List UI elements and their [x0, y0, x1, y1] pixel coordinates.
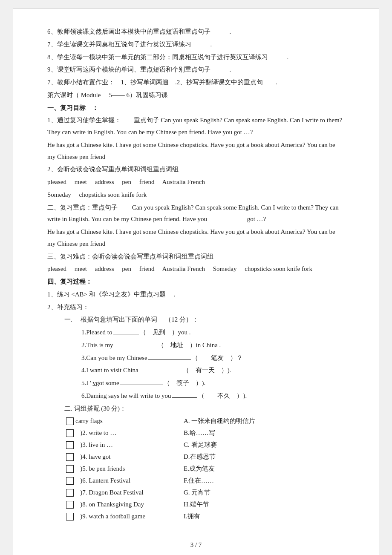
- section1-item1b: He has got a Chinese kite. I have got so…: [47, 139, 345, 163]
- blank-6: [172, 397, 197, 398]
- match-left-7: )7. Dragon Boat Festival: [64, 487, 184, 498]
- match-right-1: A. 一张来自纽约的明信片: [184, 415, 345, 427]
- match-right-2: B.给……写: [184, 427, 345, 439]
- match-row-6: )6. Lantern Festival F.住在……: [64, 475, 345, 486]
- match-item-5: )5. be pen friends: [75, 463, 125, 474]
- match-row-7: )7. Dragon Boat Festival G. 元宵节: [64, 487, 345, 498]
- blank-4: [139, 372, 182, 372]
- blank-1: [113, 334, 139, 334]
- match-row-8: )8. on Thanksgiving Day H.端午节: [64, 499, 345, 510]
- match-paren-6: [66, 477, 74, 485]
- ex1-item6: 6.Daming says he will write to you（ 不久 ）…: [81, 390, 345, 402]
- ex1-item1: 1.Pleased to（ 见到 ）you .: [81, 327, 345, 339]
- match-right-9: I.拥有: [184, 511, 345, 522]
- match-paren-5: [66, 465, 74, 473]
- page-footer: 3 / 7: [47, 539, 345, 551]
- match-left-8: )8. on Thanksgiving Day: [64, 499, 184, 510]
- ex1-item4: 4.I want to visit China（ 有一天 ）).: [81, 365, 345, 377]
- match-right-5: E.成为笔友: [184, 463, 345, 474]
- line-8: 8、学生读每一模块中第一单元的第二部分；同桌相互说句子进行英汉互译练习 .: [47, 52, 345, 63]
- exercise1-title: 一. 根据句意填写出下面的单词 （12 分）：: [64, 314, 345, 326]
- line-6: 6、教师领读课文然后画出本模块中的重点短语和重点句子 .: [47, 26, 345, 38]
- match-row-1: carry flags A. 一张来自纽约的明信片: [64, 415, 345, 427]
- exercise2-title: 二. 词组搭配 (30 分)：: [64, 403, 345, 415]
- match-row-4: )4. have got D.在感恩节: [64, 451, 345, 463]
- match-paren-2: [66, 429, 74, 437]
- section4-title: 四、复习过程：: [47, 276, 345, 288]
- match-item-3: )3. live in …: [75, 439, 113, 451]
- section1-words1: pleased meet address pen friend Australi…: [47, 176, 345, 188]
- section2-text2: He has got a Chinese kite. I have got so…: [47, 226, 345, 250]
- match-row-9: )9. watch a football game I.拥有: [64, 511, 345, 522]
- match-item-1: carry flags: [75, 415, 103, 427]
- match-left-6: )6. Lantern Festival: [64, 475, 184, 486]
- section2-title: 二、复习重点：重点句子 Can you speak English? Can s…: [47, 202, 345, 226]
- section1-item1: 1、通过复习使学生掌握： 重点句子 Can you speak English?…: [47, 115, 345, 138]
- section3-title: 三、复习难点：会听会读会说会写重点单词和词组重点词组: [47, 251, 345, 263]
- match-paren-8: [66, 501, 74, 509]
- match-paren-3: [66, 441, 74, 449]
- match-item-9: )9. watch a football game: [75, 511, 145, 522]
- ex1-item5: 5.I ' vgot some（ 筷子 ）).: [81, 377, 345, 389]
- section1-words2: Someday chopsticks soon knife fork: [47, 189, 345, 201]
- match-paren-4: [66, 453, 74, 461]
- match-item-8: )8. on Thanksgiving Day: [75, 499, 144, 510]
- match-right-4: D.在感恩节: [184, 451, 345, 463]
- ex1-item3: 3.Can you be my Chinese（ 笔友 ）？: [81, 352, 345, 364]
- match-item-4: )4. have got: [75, 451, 110, 463]
- match-right-6: F.住在……: [184, 475, 345, 486]
- match-left-2: )2. write to …: [64, 427, 184, 439]
- match-paren-1: [66, 417, 74, 425]
- match-right-7: G. 元宵节: [184, 487, 345, 498]
- blank-5: [120, 385, 163, 385]
- match-item-6: )6. Lantern Festival: [75, 475, 130, 486]
- match-right-8: H.端午节: [184, 499, 345, 510]
- match-row-2: )2. write to … B.给……写: [64, 427, 345, 439]
- match-right-3: C. 看足球赛: [184, 439, 345, 451]
- match-left-1: carry flags: [64, 415, 184, 427]
- line-9: 9、课堂听写这两个模块的单词、重点短语和个别重点句子 .: [47, 64, 345, 76]
- match-item-7: )7. Dragon Boat Festival: [75, 487, 144, 498]
- section3-text: pleased meet address pen friend Australi…: [47, 263, 345, 275]
- match-item-2: )2. write to …: [75, 427, 116, 439]
- section4-item1: 1、练习 <AB> 和《学习之友》中重点习题 .: [47, 289, 345, 301]
- match-row-5: )5. be pen friends E.成为笔友: [64, 463, 345, 474]
- match-paren-7: [66, 489, 74, 497]
- section4-item2: 2、补充练习：: [47, 302, 345, 313]
- blank-3: [148, 359, 191, 360]
- match-left-5: )5. be pen friends: [64, 463, 184, 474]
- match-paren-9: [66, 513, 74, 520]
- blank-2: [114, 347, 157, 347]
- match-left-9: )9. watch a football game: [64, 511, 184, 522]
- section-header: 第六课时（ Module 5—— 6）巩固练习课: [47, 89, 345, 101]
- match-left-4: )4. have got: [64, 451, 184, 463]
- line-7: 7、学生读课文并同桌相互说句子进行英汉互译练习 .: [47, 39, 345, 51]
- match-left-3: )3. live in …: [64, 439, 184, 451]
- section1-item2: 2、会听会读会说会写重点单词和词组重点词组: [47, 164, 345, 175]
- exercise2-items: carry flags A. 一张来自纽约的明信片 )2. write to ……: [64, 415, 345, 522]
- ex1-item2: 2.This is my（ 地址 ）in China .: [81, 339, 345, 351]
- line-7b: 7、教师小结布置作业： 1、抄写单词两遍 .2、抄写并翻译课文中的重点句 .: [47, 77, 345, 89]
- page-content: 6、教师领读课文然后画出本模块中的重点短语和重点句子 . 7、学生读课文并同桌相…: [13, 9, 379, 555]
- section1-title: 一、复习目标 ：: [47, 102, 345, 114]
- match-row-3: )3. live in … C. 看足球赛: [64, 439, 345, 451]
